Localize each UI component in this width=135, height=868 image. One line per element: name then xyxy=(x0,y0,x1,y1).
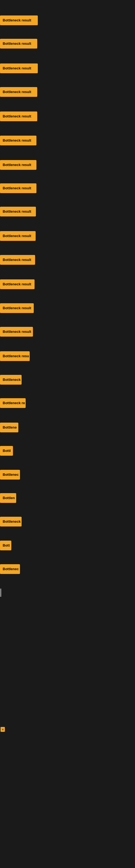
bottleneck-result-item[interactable]: Bottleneck result xyxy=(0,112,37,121)
bottleneck-result-item[interactable]: Bottleneck result xyxy=(0,207,36,216)
bottleneck-result-item[interactable]: Bottleneck result xyxy=(0,39,37,49)
bottleneck-result-item[interactable]: Bottl xyxy=(0,446,13,456)
bottleneck-result-item[interactable]: Bottleneck re xyxy=(0,398,26,408)
bottleneck-result-item[interactable]: Bottleneck result xyxy=(0,135,37,145)
bottleneck-result-item[interactable]: Bottleneck result xyxy=(0,63,38,73)
bottleneck-result-item[interactable]: Bottleneck resu xyxy=(0,351,30,361)
bottleneck-result-item[interactable]: Bottleneck result xyxy=(0,279,35,289)
cursor-line xyxy=(1,589,1,597)
bottleneck-result-item[interactable]: Bottlene xyxy=(0,423,18,432)
bottleneck-result-item[interactable]: Bottleneck result xyxy=(0,16,38,25)
bottleneck-result-item[interactable]: Bottleneck xyxy=(0,375,21,384)
bottleneck-result-item[interactable]: Bottleneck result xyxy=(0,183,37,193)
bottleneck-result-item[interactable]: Bottleneck result xyxy=(0,255,35,265)
bottleneck-result-item[interactable]: Bottlen xyxy=(0,493,16,503)
bottleneck-result-item[interactable]: Bott xyxy=(0,540,11,550)
bottleneck-result-item[interactable]: Bottleneck xyxy=(0,517,21,527)
bottleneck-result-item[interactable]: Bottlenec xyxy=(0,470,20,479)
bottleneck-result-item[interactable]: Bottleneck result xyxy=(0,231,36,241)
bottleneck-result-item[interactable]: Bottlenec xyxy=(0,564,20,574)
bottleneck-result-item[interactable]: Bottleneck result xyxy=(0,303,34,313)
site-title xyxy=(0,0,135,4)
small-indicator: ≡ xyxy=(1,727,5,732)
bottleneck-result-item[interactable]: Bottleneck result xyxy=(0,327,33,337)
bottleneck-result-item[interactable]: Bottleneck result xyxy=(0,160,37,170)
bottleneck-result-item[interactable]: Bottleneck result xyxy=(0,87,37,97)
